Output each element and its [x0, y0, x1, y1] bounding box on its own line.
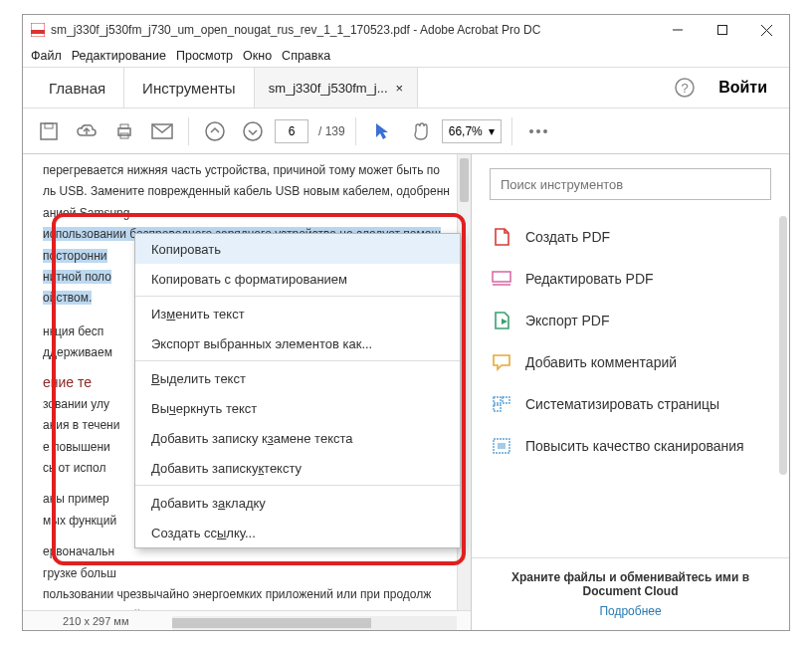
ctx-add-bookmark[interactable]: Добавить закладку — [135, 488, 460, 518]
mail-icon[interactable] — [146, 115, 178, 147]
svg-text:?: ? — [682, 81, 689, 96]
ctx-copy[interactable]: Копировать — [135, 234, 460, 264]
tab-tools[interactable]: Инструменты — [124, 68, 255, 108]
ctx-edit-text[interactable]: Изменить текст — [135, 299, 460, 328]
svg-point-16 — [244, 122, 262, 140]
titlebar: sm_j330f_j530fm_j730_um_open_nougat_rus_… — [23, 15, 789, 45]
cloud-promo: Храните файлы и обменивайтесь ими в Docu… — [472, 557, 789, 630]
organize-icon — [492, 394, 511, 414]
horizontal-scrollbar[interactable] — [172, 616, 457, 630]
tab-close-icon[interactable]: × — [396, 81, 404, 96]
context-menu: Копировать Копировать с форматированием … — [134, 233, 461, 548]
more-icon[interactable] — [522, 115, 554, 147]
ctx-export-selection[interactable]: Экспорт выбранных элементов как... — [135, 328, 460, 358]
svg-rect-3 — [717, 26, 726, 35]
page-dimensions: 210 x 297 мм — [63, 615, 129, 627]
window-title: sm_j330f_j530fm_j730_um_open_nougat_rus_… — [51, 23, 655, 37]
menu-window[interactable]: Окно — [243, 49, 272, 63]
window-controls — [655, 15, 789, 45]
ctx-create-link[interactable]: Создать ссылку... — [135, 518, 460, 547]
chevron-down-icon: ▾ — [489, 124, 495, 138]
ctx-note-text[interactable]: Добавить записку к тексту — [135, 453, 460, 483]
select-tool-icon[interactable] — [366, 115, 398, 147]
tool-organize[interactable]: Систематизировать страницы — [472, 383, 789, 425]
tab-document-label: sm_j330f_j530fm_j... — [269, 81, 388, 96]
svg-rect-20 — [493, 272, 510, 282]
statusbar: 210 x 297 мм — [23, 610, 471, 630]
svg-point-17 — [529, 129, 533, 133]
tools-search-input[interactable] — [490, 168, 771, 200]
edit-pdf-icon — [492, 269, 511, 289]
menu-edit[interactable]: Редактирование — [72, 49, 166, 63]
save-icon[interactable] — [33, 115, 65, 147]
menu-view[interactable]: Просмотр — [176, 49, 233, 63]
panel-scrollbar[interactable] — [779, 216, 787, 475]
next-page-icon[interactable] — [237, 115, 269, 147]
learn-more-link[interactable]: Подробнее — [490, 604, 771, 618]
scan-icon — [492, 436, 511, 456]
create-pdf-icon — [492, 227, 511, 247]
tool-edit-pdf[interactable]: Редактировать PDF — [472, 258, 789, 300]
comment-icon — [492, 352, 511, 372]
tab-home[interactable]: Главная — [31, 68, 124, 108]
svg-rect-26 — [498, 443, 506, 449]
menu-help[interactable]: Справка — [282, 49, 330, 63]
page-total: / 139 — [318, 124, 345, 138]
svg-rect-1 — [31, 30, 45, 34]
svg-rect-8 — [41, 123, 57, 139]
maximize-button[interactable] — [700, 15, 744, 45]
hand-tool-icon[interactable] — [404, 115, 436, 147]
tool-scan[interactable]: Повысить качество сканирования — [472, 425, 789, 467]
toolbar: / 139 66,7% ▾ — [23, 108, 789, 154]
svg-rect-23 — [503, 397, 509, 403]
zoom-select[interactable]: 66,7% ▾ — [442, 119, 502, 143]
cloud-icon[interactable] — [71, 115, 102, 147]
tools-list: Создать PDF Редактировать PDF Экспорт PD… — [472, 210, 789, 557]
page-number-input[interactable] — [275, 119, 308, 143]
tool-create-pdf[interactable]: Создать PDF — [472, 216, 789, 258]
svg-rect-24 — [494, 405, 501, 411]
menubar: Файл Редактирование Просмотр Окно Справк… — [23, 45, 789, 67]
export-pdf-icon — [492, 311, 511, 330]
signin-button[interactable]: Войти — [705, 68, 781, 108]
tool-comment[interactable]: Добавить комментарий — [472, 341, 789, 383]
svg-rect-22 — [494, 397, 501, 403]
ctx-note-replace[interactable]: Добавить записку к замене текста — [135, 423, 460, 453]
pdf-file-icon — [31, 23, 45, 37]
tabs-row: Главная Инструменты sm_j330f_j530fm_j...… — [23, 67, 789, 108]
ctx-strikethrough[interactable]: Вычеркнуть текст — [135, 393, 460, 423]
minimize-button[interactable] — [655, 15, 700, 45]
menu-file[interactable]: Файл — [31, 49, 62, 63]
zoom-value: 66,7% — [449, 124, 483, 138]
tool-export-pdf[interactable]: Экспорт PDF — [472, 300, 789, 341]
prev-page-icon[interactable] — [199, 115, 231, 147]
svg-point-19 — [543, 129, 547, 133]
close-button[interactable] — [744, 15, 789, 45]
print-icon[interactable] — [108, 115, 140, 147]
help-icon[interactable]: ? — [665, 68, 705, 108]
ctx-highlight[interactable]: Выделить текст — [135, 363, 460, 393]
svg-point-18 — [536, 129, 540, 133]
ctx-copy-formatting[interactable]: Копировать с форматированием — [135, 264, 460, 294]
svg-point-15 — [206, 122, 224, 140]
tab-document[interactable]: sm_j330f_j530fm_j... × — [255, 68, 419, 108]
tools-panel: Создать PDF Редактировать PDF Экспорт PD… — [471, 154, 789, 630]
